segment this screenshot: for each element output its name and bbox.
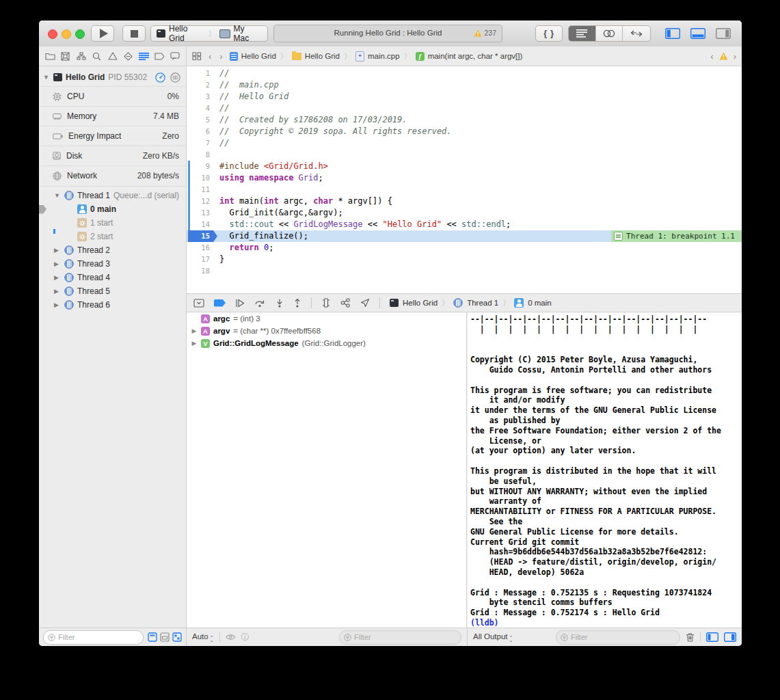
issue-navigator-tab[interactable] xyxy=(107,50,119,62)
code-line[interactable]: 1// xyxy=(187,68,742,79)
toggle-debug-area-button[interactable] xyxy=(685,25,710,42)
code-line[interactable]: 4// xyxy=(187,103,742,114)
step-into-button[interactable] xyxy=(275,299,284,308)
source-editor[interactable]: 1//2// main.cpp3// Hello Grid4//5// Crea… xyxy=(187,66,742,293)
disclosure-right-icon[interactable]: ▶ xyxy=(54,247,61,254)
disclosure-down-icon[interactable]: ▼ xyxy=(54,192,61,199)
continue-button[interactable] xyxy=(235,299,245,308)
lldb-prompt[interactable]: (lldb) xyxy=(470,618,742,628)
thread-row[interactable]: ▶Thread 4 xyxy=(39,271,186,284)
info-icon[interactable]: ⓘ xyxy=(241,632,250,643)
code-line[interactable]: 9#include <Grid/Grid.h> xyxy=(187,161,742,172)
stack-frame-row[interactable]: 1 start xyxy=(39,216,186,230)
disclosure-right-icon[interactable]: ▶ xyxy=(191,327,198,334)
issue-warning-icon[interactable] xyxy=(719,52,728,60)
line-number[interactable]: 6 xyxy=(187,126,219,137)
code-line[interactable]: 10using namespace Grid; xyxy=(187,172,742,184)
disclosure-right-icon[interactable]: ▶ xyxy=(54,260,61,267)
disclosure-right-icon[interactable]: ▶ xyxy=(191,340,198,347)
line-number[interactable]: 10 xyxy=(187,172,219,184)
console-filter-field[interactable]: Filter xyxy=(556,630,680,645)
output-selector[interactable]: All Output⌃⌄ xyxy=(473,632,513,642)
thread-row[interactable]: ▶Thread 3 xyxy=(39,257,186,271)
debug-crumb-process[interactable]: Hello Grid xyxy=(403,299,438,307)
navigator-filter-field[interactable]: Filter xyxy=(43,630,144,645)
toggle-variables-view-button[interactable] xyxy=(706,632,718,642)
line-number[interactable]: 9 xyxy=(187,161,219,172)
source-control-navigator-tab[interactable] xyxy=(59,50,72,62)
step-over-button[interactable] xyxy=(254,299,266,308)
disclosure-right-icon[interactable]: ▶ xyxy=(54,274,61,281)
line-number[interactable]: 3 xyxy=(187,91,219,103)
gauge-row-network[interactable]: Network208 bytes/s xyxy=(39,165,186,185)
breadcrumb-file[interactable]: +main.cpp xyxy=(355,51,400,62)
code-line[interactable]: 13 Grid_init(&argc,&argv); xyxy=(187,207,742,219)
line-number[interactable]: 2 xyxy=(187,79,219,91)
breadcrumb-function[interactable]: fmain(int argc, char * argv[]) xyxy=(416,52,523,61)
code-line[interactable]: 5// Created by s1786208 on 17/03/2019. xyxy=(187,114,742,126)
hide-debug-area-button[interactable] xyxy=(193,299,204,308)
memory-graph-button[interactable] xyxy=(340,298,351,308)
zoom-window-button[interactable] xyxy=(75,29,85,39)
simulate-location-button[interactable] xyxy=(360,298,370,308)
stop-button[interactable] xyxy=(122,25,146,42)
version-editor-button[interactable] xyxy=(623,26,650,41)
toggle-console-view-button[interactable] xyxy=(724,632,736,642)
line-number[interactable]: 11 xyxy=(187,184,219,196)
close-window-button[interactable] xyxy=(48,29,57,39)
line-number[interactable]: 17 xyxy=(187,254,219,265)
disclosure-right-icon[interactable]: ▶ xyxy=(54,301,61,308)
filter-breakpoints-toggle[interactable] xyxy=(148,632,157,642)
line-number[interactable]: 7 xyxy=(187,137,219,149)
breakpoint-navigator-tab[interactable] xyxy=(153,50,165,62)
filter-crashed-toggle[interactable] xyxy=(160,632,170,642)
line-number[interactable]: 1 xyxy=(187,68,219,79)
line-number[interactable]: 16 xyxy=(187,242,219,254)
go-forward-button[interactable]: › xyxy=(219,51,222,62)
code-line[interactable]: 12int main(int argc, char * argv[]) { xyxy=(187,196,742,207)
code-line[interactable]: 18 xyxy=(187,265,742,277)
next-issue-button[interactable]: › xyxy=(734,51,736,62)
variable-row[interactable]: ▶Aargv= (char **) 0x7ffeefbff568 xyxy=(187,325,466,337)
assistant-editor-button[interactable] xyxy=(596,26,623,41)
test-navigator-tab[interactable] xyxy=(122,50,134,62)
gauge-row-memory[interactable]: Memory7.4 MB xyxy=(39,106,186,126)
previous-issue-button[interactable]: ‹ xyxy=(710,51,713,62)
debug-navigator-tab[interactable] xyxy=(137,50,150,62)
stack-frame-row[interactable]: 0 main xyxy=(39,202,186,216)
gauge-row-disk[interactable]: DiskZero KB/s xyxy=(39,146,186,165)
stack-frame-row[interactable]: 2 start xyxy=(39,230,186,243)
symbol-navigator-tab[interactable] xyxy=(75,50,88,62)
line-number[interactable]: 8 xyxy=(187,149,219,161)
debug-crumb-frame[interactable]: 0 main xyxy=(528,299,552,307)
line-number[interactable]: 5 xyxy=(187,114,219,126)
related-items-icon[interactable] xyxy=(192,52,202,60)
code-line[interactable]: 7// xyxy=(187,137,742,149)
thread-row[interactable]: ▶Thread 5 xyxy=(39,284,186,298)
variable-row[interactable]: ▶VGrid::GridLogMessage(Grid::GridLogger) xyxy=(187,337,466,349)
code-line[interactable]: 11 xyxy=(187,184,742,196)
toggle-navigator-button[interactable] xyxy=(660,25,685,42)
pause-process-icon[interactable] xyxy=(155,72,165,83)
line-number[interactable]: 12 xyxy=(187,196,219,207)
console-output[interactable]: --|--|--|--|--|--|--|--|--|--|--|--|--|-… xyxy=(468,312,742,628)
activity-viewer[interactable]: Running Hello Grid : Hello Grid 237 xyxy=(273,25,502,42)
gauge-row-cpu[interactable]: CPU0% xyxy=(39,86,186,106)
find-navigator-tab[interactable] xyxy=(91,50,103,62)
disclosure-down-icon[interactable]: ▼ xyxy=(43,74,50,81)
code-line[interactable]: 14 std::cout << GridLogMessage << "Hello… xyxy=(187,219,742,230)
memory-debug-icon[interactable] xyxy=(170,72,180,83)
debug-crumb-thread[interactable]: Thread 1 xyxy=(467,299,498,307)
minimize-window-button[interactable] xyxy=(62,29,71,39)
standard-editor-button[interactable] xyxy=(569,26,596,41)
line-number[interactable]: 13 xyxy=(187,207,219,219)
gauge-row-energy-impact[interactable]: Energy ImpactZero xyxy=(39,126,186,146)
breadcrumb-project[interactable]: Hello Grid xyxy=(230,52,276,61)
breadcrumb-group[interactable]: Hello Grid xyxy=(292,52,340,60)
filter-stack-frames-toggle[interactable] xyxy=(172,632,182,642)
toggle-inspector-button[interactable] xyxy=(710,25,736,42)
code-line[interactable]: 3// Hello Grid xyxy=(187,91,742,103)
thread-row[interactable]: ▶Thread 6 xyxy=(39,298,186,312)
disclosure-right-icon[interactable]: ▶ xyxy=(54,288,61,295)
quicklook-eye-icon[interactable] xyxy=(226,634,236,641)
